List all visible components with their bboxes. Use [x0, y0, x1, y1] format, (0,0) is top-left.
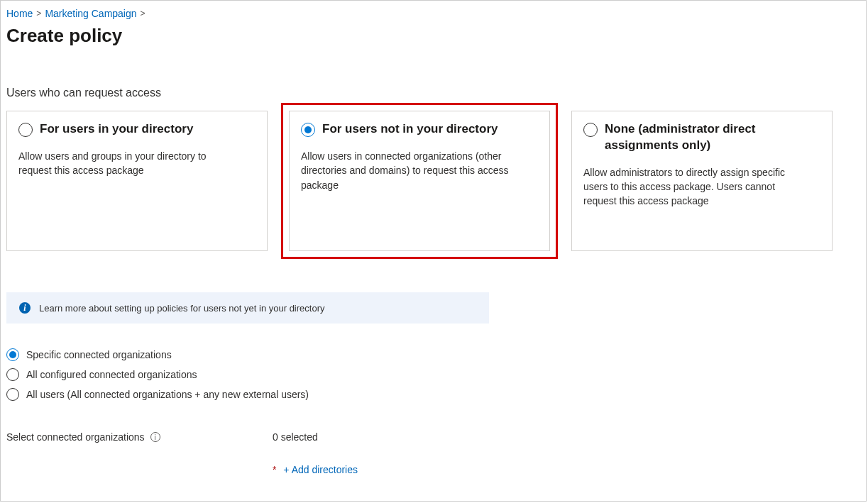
- card-title: For users in your directory: [40, 121, 193, 138]
- radio-label: All configured connected organizations: [26, 369, 197, 380]
- section-label-users: Users who can request access: [6, 87, 860, 99]
- radio-all-configured-orgs[interactable]: All configured connected organizations: [6, 365, 860, 385]
- info-banner: i Learn more about setting up policies f…: [6, 292, 489, 324]
- card-title: For users not in your directory: [322, 121, 498, 138]
- add-directories-link[interactable]: + Add directories: [283, 464, 358, 475]
- radio-all-users[interactable]: All users (All connected organizations +…: [6, 385, 860, 404]
- radio-specific-connected-orgs[interactable]: Specific connected organizations: [6, 345, 860, 365]
- required-asterisk: *: [273, 464, 276, 475]
- info-help-icon[interactable]: i: [150, 432, 160, 442]
- radio-icon: [18, 123, 33, 137]
- connected-orgs-count: 0 selected: [273, 431, 358, 443]
- radio-icon: [583, 123, 598, 137]
- breadcrumb: Home > Marketing Campaign >: [6, 8, 860, 19]
- card-users-in-directory[interactable]: For users in your directory Allow users …: [6, 111, 268, 251]
- radio-label: Specific connected organizations: [26, 349, 172, 360]
- breadcrumb-link-campaign[interactable]: Marketing Campaign: [45, 8, 136, 19]
- card-users-not-in-directory[interactable]: For users not in your directory Allow us…: [289, 111, 550, 251]
- chevron-right-icon: >: [36, 9, 41, 18]
- card-title: None (administrator direct assignments o…: [605, 121, 820, 154]
- card-description: Allow administrators to directly assign …: [583, 165, 820, 209]
- request-access-cards: For users in your directory Allow users …: [6, 111, 860, 251]
- radio-label: All users (All connected organizations +…: [26, 389, 309, 400]
- label-text: Select connected organizations: [6, 431, 145, 443]
- connected-orgs-label: Select connected organizations i: [6, 431, 273, 443]
- card-none-admin-only[interactable]: None (administrator direct assignments o…: [571, 111, 833, 251]
- scope-radio-group: Specific connected organizations All con…: [6, 345, 860, 404]
- chevron-right-icon: >: [141, 9, 145, 18]
- radio-icon: [6, 348, 19, 361]
- radio-icon: [6, 388, 19, 401]
- page-title: Create policy: [6, 25, 860, 47]
- breadcrumb-link-home[interactable]: Home: [6, 8, 33, 19]
- radio-icon: [6, 368, 19, 381]
- radio-icon: [301, 123, 315, 137]
- card-description: Allow users and groups in your directory…: [18, 149, 256, 178]
- info-icon: i: [19, 302, 31, 314]
- card-description: Allow users in connected organizations (…: [301, 149, 538, 192]
- info-banner-text: Learn more about setting up policies for…: [39, 303, 325, 314]
